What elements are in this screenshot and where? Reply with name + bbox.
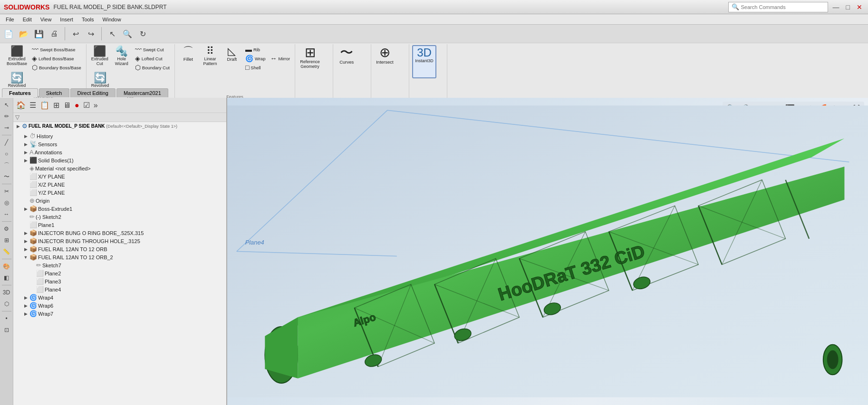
tree-item-boss-extrude1[interactable]: ▶ 📦 Boss-Extrude1 [13, 205, 226, 213]
ft-icon-config[interactable]: ⊞ [52, 100, 60, 111]
menu-edit[interactable]: Edit [19, 16, 36, 23]
tree-item-solid-bodies[interactable]: ▶ ⬛ Solid Bodies(1) [13, 156, 226, 164]
save-button[interactable]: 💾 [32, 26, 46, 42]
tool-appearance[interactable]: 🎨 [1, 261, 12, 272]
shell-button[interactable]: □ Shell [243, 63, 268, 72]
tree-item-injector-through[interactable]: ▶ 📦 INJECTOR BUNG THROUGH HOLE_.3125 [13, 237, 226, 245]
tree-item-injector-bore[interactable]: ▶ 📦 INJECTOR BUNG O RING BORE_.525X.315 [13, 229, 226, 237]
title-bar-title: FUEL RAIL MODEL_P SIDE BANK.SLDPRT [53, 4, 166, 10]
tab-sketch[interactable]: Sketch [39, 88, 69, 97]
extruded-boss-base-button[interactable]: ⬛ ExtrudedBoss/Base [5, 45, 29, 72]
tree-item-annotations[interactable]: ▶ A Annotations [13, 148, 226, 156]
redo-button[interactable]: ↪ [84, 26, 97, 42]
tool-section[interactable]: ◧ [1, 273, 12, 283]
close-button[interactable]: ✕ [855, 3, 864, 11]
boss-base-col: 〰 Swept Boss/Base ◈ Lofted Boss/Base ⬡ B… [30, 45, 83, 72]
tool-select[interactable]: ↖ [1, 100, 12, 110]
tool-extra1[interactable]: ⬡ [1, 299, 12, 309]
menu-file[interactable]: File [2, 16, 18, 23]
ft-icon-list[interactable]: ☰ [29, 100, 37, 111]
minimize-button[interactable]: — [831, 3, 841, 11]
linear-pattern-button[interactable]: ⠿ LinearPattern [200, 45, 221, 72]
search-box[interactable]: 🔍 [728, 2, 828, 12]
ft-icon-display[interactable]: 🖥 [62, 100, 72, 111]
boundary-cut-button[interactable]: ⬡ Boundary Cut [133, 63, 172, 72]
rotate-button[interactable]: ↻ [136, 26, 149, 42]
tree-item-plane4[interactable]: ⬜ Plane4 [13, 285, 226, 293]
tab-direct-editing[interactable]: Direct Editing [70, 88, 116, 97]
tree-item-material[interactable]: ◈ Material <not specified> [13, 164, 226, 172]
tree-item-yz-plane[interactable]: ⬜ Y/Z PLANE [13, 188, 226, 197]
ft-icon-custom[interactable]: ☑ [82, 100, 91, 111]
tree-item-plane3[interactable]: ⬜ Plane3 [13, 277, 226, 285]
undo-button[interactable]: ↩ [69, 26, 82, 42]
tool-sketch[interactable]: ✏ [1, 111, 12, 122]
tree-item-plane1[interactable]: ⬜ Plane1 [13, 221, 226, 229]
rib-button[interactable]: ▬ Rib [243, 45, 268, 54]
fillet-button[interactable]: ⌒ Fillet [178, 45, 199, 72]
tree-item-fuel-rail-orb2[interactable]: ▼ 📦 FUEL RAIL 12AN TO 12 ORB_2 [13, 253, 226, 261]
new-button[interactable]: 📄 [2, 26, 15, 42]
menu-view[interactable]: View [37, 16, 56, 23]
tree-item-wrap4[interactable]: ▶ 🌀 Wrap4 [13, 293, 226, 301]
tool-circle[interactable]: ○ [1, 149, 12, 159]
tool-arc[interactable]: ⌒ [1, 160, 12, 170]
model-root[interactable]: ▶ ⚙ FUEL RAIL MODEL_P SIDE BANK (Default… [13, 122, 226, 130]
tool-dimension[interactable]: ⊸ [1, 122, 12, 133]
extruded-cut-button[interactable]: ⬛ ExtrudedCut [89, 45, 110, 72]
tree-item-xy-plane[interactable]: ⬜ X/Y PLANE [13, 172, 226, 180]
tree-item-sensors[interactable]: ▶ 📡 Sensors [13, 140, 226, 148]
instant3d-button[interactable]: 3D Instant3D [412, 45, 436, 78]
tool-reference[interactable]: ⊞ [1, 235, 12, 245]
ft-icon-color[interactable]: ● [74, 100, 80, 111]
tool-snap1[interactable]: • [1, 313, 12, 324]
reference-geometry-button[interactable]: ⊞ ReferenceGeometry [298, 45, 322, 78]
extruded-cut-label: ExtrudedCut [91, 57, 108, 66]
tree-item-sketch2[interactable]: ✏ (-) Sketch2 [13, 213, 226, 221]
tool-offset[interactable]: ◎ [1, 198, 12, 208]
lofted-cut-button[interactable]: ◈ Lofted Cut [133, 54, 172, 63]
tool-measure[interactable]: 📏 [1, 246, 12, 257]
zoom-button[interactable]: 🔍 [121, 26, 134, 42]
tree-item-sketch7[interactable]: ✏ Sketch7 [13, 261, 226, 269]
menu-tools[interactable]: Tools [78, 16, 98, 23]
tree-item-wrap7[interactable]: ▶ 🌀 Wrap7 [13, 310, 226, 318]
boundary-boss-base-button[interactable]: ⬡ Boundary Boss/Base [30, 63, 83, 72]
swept-cut-button[interactable]: 〰 Swept Cut [133, 45, 172, 54]
feature-tree-content: ▶ ⏱ History ▶ 📡 Sensors ▶ A Annotations … [13, 130, 226, 405]
select-button[interactable]: ↖ [106, 26, 119, 42]
tree-item-origin[interactable]: ⊕ Origin [13, 197, 226, 205]
menu-insert[interactable]: Insert [56, 16, 77, 23]
tab-mastercam[interactable]: Mastercam2021 [116, 88, 168, 97]
tree-item-history[interactable]: ▶ ⏱ History [13, 132, 226, 140]
lofted-boss-base-button[interactable]: ◈ Lofted Boss/Base [30, 54, 83, 63]
menu-window[interactable]: Window [99, 16, 125, 23]
tool-3dsketch[interactable]: 3D [1, 287, 12, 298]
tree-item-plane2[interactable]: ⬜ Plane2 [13, 269, 226, 277]
intersect-button[interactable]: ⊕ Intersect [374, 45, 395, 78]
tool-mirror[interactable]: ↔ [1, 209, 12, 219]
tab-features[interactable]: Features [2, 88, 38, 97]
ft-icon-property[interactable]: 📋 [39, 100, 50, 111]
wrap-button[interactable]: 🌀 Wrap [243, 54, 268, 63]
ft-icon-home[interactable]: 🏠 [15, 100, 27, 111]
tree-item-xz-plane[interactable]: ⬜ X/Z PLANE [13, 180, 226, 188]
curves-button[interactable]: 〜 Curves [336, 45, 357, 78]
draft-button[interactable]: ◺ Draft [222, 45, 242, 72]
lofted-boss-icon: ◈ [32, 55, 37, 62]
swept-boss-base-button[interactable]: 〰 Swept Boss/Base [30, 45, 83, 54]
search-input[interactable] [741, 4, 812, 10]
hole-wizard-button[interactable]: 🔩 HoleWizard [111, 45, 132, 72]
mirror-button[interactable]: ↔ Mirror [268, 45, 292, 72]
tool-spline[interactable]: 〜 [1, 171, 12, 182]
maximize-button[interactable]: □ [844, 3, 852, 11]
tool-trim[interactable]: ✂ [1, 186, 12, 197]
tool-mate[interactable]: ⚙ [1, 224, 12, 234]
print-button[interactable]: 🖨 [48, 26, 61, 42]
tool-line[interactable]: ╱ [1, 137, 12, 148]
tree-item-fuel-rail-orb[interactable]: ▶ 📦 FUEL RAIL 12AN TO 12 ORB [13, 245, 226, 253]
tree-item-wrap6[interactable]: ▶ 🌀 Wrap6 [13, 301, 226, 310]
open-button[interactable]: 📂 [17, 26, 30, 42]
tool-snap2[interactable]: ⊡ [1, 325, 12, 335]
ft-icon-more[interactable]: » [93, 100, 99, 111]
